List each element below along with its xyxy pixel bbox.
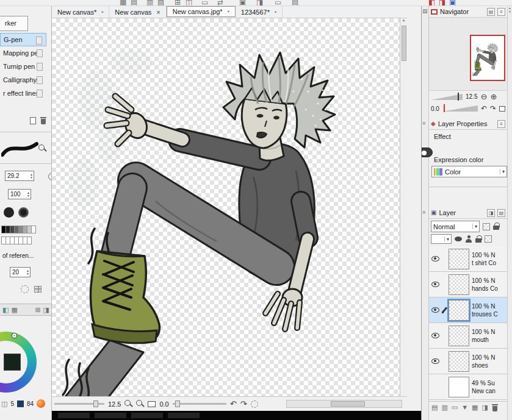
swatch[interactable] xyxy=(27,237,32,244)
dock-icon[interactable]: ≡ xyxy=(422,210,425,215)
panel-float-button[interactable]: ▤ xyxy=(487,8,495,16)
subtool-item-mapping-pen[interactable]: Mapping pen xyxy=(0,46,46,60)
eye-icon[interactable] xyxy=(431,307,439,313)
navigator-zoom-slider[interactable] xyxy=(431,94,463,100)
subtool-item-calligraphy[interactable]: Calligraphy xyxy=(0,73,46,87)
rotate-right-icon[interactable]: ↷ xyxy=(490,105,496,112)
layer-row[interactable]: 100 % N t shirt Co xyxy=(429,246,507,272)
eye-icon[interactable] xyxy=(431,282,439,287)
navigator-rotate-slider[interactable] xyxy=(442,105,478,112)
subtool-panel-tab[interactable]: rker xyxy=(0,16,28,31)
lock-icon[interactable] xyxy=(493,222,499,230)
layer-thumbnail[interactable] xyxy=(449,274,469,295)
document-tab-active[interactable]: New canvas.jpg* • xyxy=(167,6,236,17)
merge-down-icon[interactable]: ▦ xyxy=(472,404,478,411)
tab-close-icon[interactable]: × xyxy=(156,9,160,16)
dashed-circle-icon[interactable] xyxy=(21,285,29,293)
toolbar-icon[interactable]: ▭ xyxy=(201,0,208,6)
transfer-down-icon[interactable]: ▼ xyxy=(461,404,468,411)
delete-subtool-icon[interactable] xyxy=(40,117,46,124)
slider-thumb[interactable] xyxy=(175,400,180,407)
dock-scrollbar[interactable]: ▲ ▼ xyxy=(507,6,512,420)
layer-row[interactable]: 100 % N shoes xyxy=(429,349,507,374)
toolbar-icon[interactable]: ◨ xyxy=(256,0,263,6)
visibility-icon[interactable] xyxy=(455,237,462,241)
layer-thumbnail[interactable] xyxy=(449,326,469,346)
droplet-icon[interactable]: ◧ xyxy=(2,307,9,313)
zoom-slider[interactable] xyxy=(54,403,104,405)
stepper-arrows[interactable]: ▲▼ xyxy=(26,191,30,197)
lock-layer-icon[interactable] xyxy=(475,235,481,243)
hard-brush-tip-icon[interactable] xyxy=(4,207,14,218)
layer-row[interactable]: 100 % N mouth xyxy=(429,323,507,349)
eye-icon[interactable] xyxy=(431,358,439,364)
gift-icon[interactable] xyxy=(34,286,41,293)
stepper-arrows[interactable]: ▲▼ xyxy=(29,173,33,179)
fit-screen-icon[interactable] xyxy=(148,401,156,407)
navigator-preview[interactable] xyxy=(429,18,507,91)
layer-row[interactable]: 49 % Su New can xyxy=(429,374,507,400)
opacity-stepper[interactable]: 100 ▲▼ xyxy=(8,189,31,199)
expression-color-select[interactable]: Color ▾ xyxy=(431,166,507,177)
magnifier-icon[interactable] xyxy=(38,144,46,152)
canvas[interactable] xyxy=(52,18,400,396)
blend-mode-select[interactable]: Normal ▾ xyxy=(431,221,480,232)
navigator-page-thumbnail[interactable] xyxy=(470,35,505,81)
new-vector-layer-icon[interactable]: ▥ xyxy=(441,404,447,411)
toolbar-icon[interactable]: ▥ xyxy=(146,0,153,6)
toolbar-icon[interactable]: ⊞ xyxy=(175,0,181,6)
layer-thumbnail[interactable] xyxy=(449,351,469,372)
layer-row-selected[interactable]: 100 % N trouses C xyxy=(429,297,507,323)
subtool-item-effect-lines[interactable]: r effect lines xyxy=(0,87,46,100)
os-taskbar[interactable] xyxy=(52,411,421,420)
toolbar-icon[interactable]: ▣ xyxy=(239,0,246,6)
layer-thumbnail[interactable] xyxy=(449,377,469,397)
toolbar-icon[interactable]: ▧ xyxy=(157,0,164,6)
canvas-horizontal-scrollbar[interactable] xyxy=(286,400,402,408)
soft-brush-tip-icon[interactable] xyxy=(18,207,29,218)
halfbox-icon[interactable]: ◨ xyxy=(43,307,49,313)
toolbar-icon[interactable]: ▦ xyxy=(120,0,126,6)
panel-menu-button[interactable]: ▤ xyxy=(497,209,505,217)
panel-menu-button[interactable]: ≡ xyxy=(497,8,505,16)
stepper-arrows[interactable]: ▲▼ xyxy=(25,269,29,275)
panel-float-button[interactable]: ◨ xyxy=(487,209,495,217)
rotate-left-icon[interactable]: ↶ xyxy=(481,105,487,112)
undo-icon[interactable]: ↶ xyxy=(230,400,237,408)
zoom-out-icon[interactable]: ⊖ xyxy=(480,93,487,101)
new-layer-icon[interactable]: ▤ xyxy=(431,404,438,411)
zoom-in-icon[interactable]: ⊕ xyxy=(490,93,497,101)
border-effect-toggle[interactable] xyxy=(421,148,433,157)
selection-options-icon[interactable] xyxy=(251,400,258,408)
palette-icon[interactable]: ◫ xyxy=(1,400,7,407)
toolbar-icon[interactable]: ▭ xyxy=(275,0,281,6)
mask-icon[interactable]: ◨ xyxy=(482,404,488,411)
document-tab[interactable]: New canvas × xyxy=(109,6,166,18)
document-tab[interactable]: 1234567* • xyxy=(236,6,283,18)
toolbar-icon[interactable]: ◫ xyxy=(186,0,192,6)
document-tab[interactable]: New canvas* • xyxy=(52,6,109,18)
delete-layer-icon[interactable] xyxy=(492,404,498,411)
dock-icon[interactable]: ≡ xyxy=(422,121,425,126)
scrollbar-thumb[interactable] xyxy=(331,401,365,407)
swatch[interactable] xyxy=(31,226,36,233)
scrollbar-thumb[interactable] xyxy=(402,26,406,61)
layer-thumbnail[interactable] xyxy=(449,300,469,321)
rotation-slider[interactable] xyxy=(173,403,226,405)
grid-icon[interactable]: ▦ xyxy=(11,307,17,313)
background-checker-icon[interactable] xyxy=(483,223,490,230)
reset-view-icon[interactable] xyxy=(499,106,505,112)
redo-icon[interactable]: ↷ xyxy=(240,400,247,408)
plusbox-icon[interactable]: ⊞ xyxy=(35,307,40,313)
toolbar-color-icon[interactable]: ◧ xyxy=(428,0,435,6)
dock-icon[interactable]: ▤ xyxy=(422,9,428,14)
brush-size-stepper[interactable]: 29.2 ▲▼ xyxy=(5,171,34,181)
color-wheel-cursor[interactable] xyxy=(12,333,16,338)
subtool-item-g-pen[interactable]: G-pen xyxy=(0,33,46,46)
opacity-select[interactable]: ▾ xyxy=(431,234,452,244)
color-chip[interactable] xyxy=(17,400,24,407)
zoom-in-icon[interactable] xyxy=(136,400,144,408)
copy-subtool-icon[interactable] xyxy=(30,117,36,124)
slider-thumb[interactable] xyxy=(93,400,98,407)
new-folder-icon[interactable]: ▭ xyxy=(452,404,458,411)
